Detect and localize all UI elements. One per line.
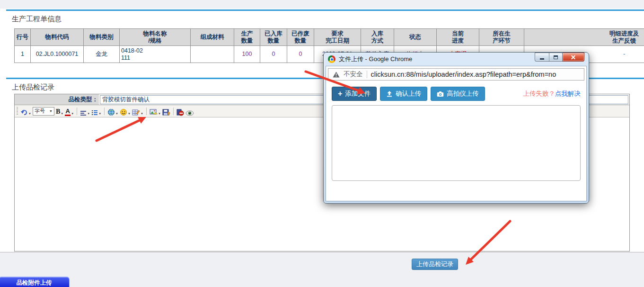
forbid-icon[interactable]: [176, 107, 184, 116]
camera-icon: [437, 91, 444, 97]
col-header: 物料代码: [31, 29, 84, 46]
warning-icon: [333, 72, 340, 78]
minimize-icon[interactable]: [535, 53, 549, 62]
font-size-select[interactable]: 字号 ▼: [33, 107, 54, 116]
page: 生产工程单信息 行号 物料代码 物料类别 物料名称 /规格 组成材料 生产 数量…: [0, 0, 644, 287]
bold-icon[interactable]: B▼: [56, 107, 63, 116]
align-icon[interactable]: ▼: [80, 107, 90, 116]
plus-icon: +: [338, 90, 342, 98]
toolbar-separator: [77, 108, 77, 115]
file-upload-window: 文件上传 - Google Chrome 不安全 clicksun.cn:88/…: [323, 52, 589, 204]
toolbar-separator: [173, 108, 174, 115]
upload-section-title: 上传品检记录: [12, 83, 54, 92]
doc-camera-upload-button[interactable]: 高拍仪上传: [431, 87, 485, 101]
col-header: 行号: [15, 29, 31, 46]
cell-line-no: 1: [15, 46, 31, 63]
upload-icon: [386, 90, 393, 97]
ordered-list-icon[interactable]: ▼: [91, 107, 101, 116]
add-file-button[interactable]: + 添加文件: [332, 87, 377, 101]
col-header: 物料名称 /规格: [120, 29, 191, 46]
font-color-icon[interactable]: A▼: [65, 107, 74, 116]
col-header: 已作废 数量: [287, 29, 314, 46]
section-divider: [6, 9, 644, 11]
file-list-box[interactable]: [332, 105, 581, 181]
toolbar-separator: [146, 108, 147, 115]
cell-void-qty: 0: [287, 46, 314, 63]
toolbar-separator: [104, 108, 105, 115]
cell-material-type: 金龙: [84, 46, 120, 63]
url-divider: [367, 71, 367, 78]
security-warning: 不安全: [344, 70, 363, 79]
url-bar[interactable]: 不安全 clicksun.cn:88/mis/uploader/index.as…: [328, 68, 584, 81]
insert-image-icon[interactable]: ▼: [150, 107, 161, 116]
col-header: 已入库 数量: [260, 29, 287, 46]
window-title: 文件上传 - Google Chrome: [339, 55, 412, 63]
col-header: 入库 方式: [361, 29, 394, 46]
undo-icon[interactable]: ▼: [20, 107, 31, 116]
url-text: clicksun.cn:88/mis/uploader/index.asp?fi…: [371, 71, 556, 78]
col-header: 组成材料: [191, 29, 234, 46]
save-html-icon[interactable]: [162, 107, 170, 116]
col-header: 物料类别: [84, 29, 120, 46]
cell-stored-qty: 0: [260, 46, 287, 63]
maximize-icon[interactable]: [549, 53, 563, 62]
chrome-icon: [328, 55, 335, 63]
emoticon-icon[interactable]: ▼: [120, 107, 131, 116]
confirm-upload-button[interactable]: 确认上传: [380, 87, 427, 101]
cell-material-code: 02.JL0.1000071: [31, 46, 84, 63]
upload-help-text: 上传失败？点我解决: [523, 90, 581, 98]
edit-table-icon[interactable]: ▼: [132, 107, 143, 116]
order-table-header-row: 行号 物料代码 物料类别 物料名称 /规格 组成材料 生产 数量 已入库 数量 …: [15, 29, 644, 46]
window-controls: [535, 53, 584, 62]
col-header: 明细进度及 生产反馈: [524, 29, 644, 46]
col-header: 生产 数量: [234, 29, 260, 46]
order-section-title: 生产工程单信息: [12, 15, 62, 24]
cell-components: [191, 46, 234, 63]
cell-material-name: 0418-02 111: [120, 46, 191, 63]
close-icon[interactable]: [563, 53, 584, 62]
upload-buttons-row: + 添加文件 确认上传 高拍仪上传 上传失败？点我解决: [326, 82, 586, 104]
solve-link[interactable]: 点我解决: [555, 90, 581, 97]
inspection-type-label: 品检类型：: [15, 94, 99, 105]
col-header: 当前 进度: [437, 29, 479, 46]
col-header: 状态: [394, 29, 437, 46]
col-header: 要求 完工日期: [314, 29, 361, 46]
toolbar-grip[interactable]: [17, 107, 18, 116]
attachment-window-titlebar[interactable]: 品检附件上传: [0, 277, 70, 287]
font-size-label: 字号: [35, 108, 45, 115]
window-content: 不安全 clicksun.cn:88/mis/uploader/index.as…: [326, 66, 587, 201]
preview-eye-icon[interactable]: [185, 107, 194, 116]
col-header: 所在生 产环节: [479, 29, 524, 46]
cell-prod-qty: 100: [234, 46, 260, 63]
footer-bar: 上传品检记录: [0, 252, 644, 287]
upload-fail-text: 上传失败？: [523, 90, 556, 97]
hyperlink-globe-icon[interactable]: ▼: [107, 107, 118, 116]
top-band: [0, 0, 644, 9]
upload-record-button[interactable]: 上传品检记录: [412, 259, 458, 270]
